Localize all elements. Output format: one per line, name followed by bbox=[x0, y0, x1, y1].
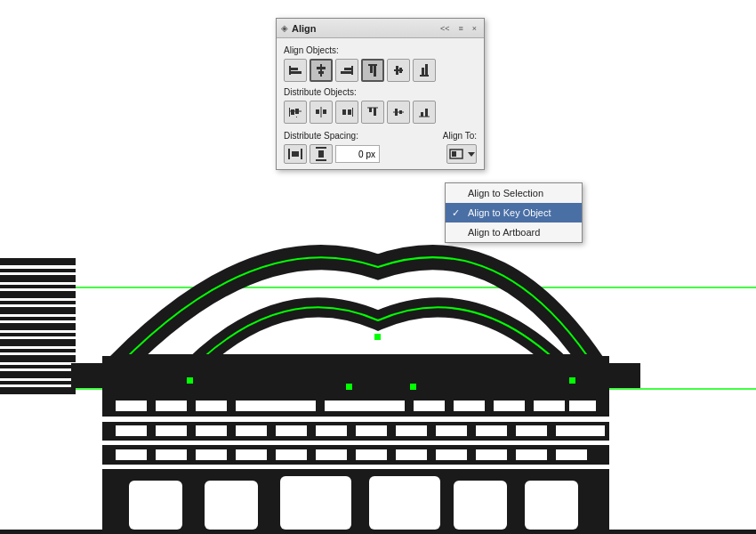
svg-rect-102 bbox=[323, 109, 326, 114]
svg-rect-30 bbox=[494, 400, 525, 411]
svg-rect-73 bbox=[410, 384, 416, 390]
svg-rect-29 bbox=[454, 400, 485, 411]
svg-rect-115 bbox=[288, 149, 290, 159]
distribute-left-btn[interactable] bbox=[284, 101, 307, 124]
distribute-center-v-btn[interactable] bbox=[387, 101, 410, 124]
svg-rect-27 bbox=[325, 400, 405, 411]
svg-rect-5 bbox=[0, 275, 76, 282]
svg-rect-119 bbox=[316, 159, 326, 161]
svg-rect-12 bbox=[0, 333, 76, 336]
svg-marker-123 bbox=[468, 152, 475, 157]
svg-rect-35 bbox=[156, 425, 187, 436]
svg-rect-43 bbox=[476, 425, 507, 436]
align-bottom-btn[interactable] bbox=[413, 59, 436, 82]
svg-rect-107 bbox=[369, 108, 372, 112]
align-top-btn[interactable] bbox=[361, 59, 384, 82]
distribute-top-btn[interactable] bbox=[361, 101, 384, 124]
svg-rect-96 bbox=[296, 117, 297, 117]
svg-rect-31 bbox=[534, 400, 565, 411]
svg-rect-48 bbox=[116, 449, 147, 460]
svg-rect-38 bbox=[276, 425, 307, 436]
svg-rect-6 bbox=[0, 285, 76, 288]
svg-rect-63 bbox=[205, 481, 258, 530]
svg-rect-39 bbox=[316, 425, 347, 436]
svg-rect-110 bbox=[395, 109, 398, 116]
svg-rect-37 bbox=[236, 425, 267, 436]
align-right-btn[interactable] bbox=[335, 59, 358, 82]
align-to-dropdown-menu: Align to Selection Align to Key Object A… bbox=[445, 182, 583, 243]
svg-rect-59 bbox=[556, 449, 587, 460]
svg-rect-92 bbox=[422, 68, 424, 75]
align-left-btn[interactable] bbox=[284, 59, 307, 82]
svg-rect-45 bbox=[556, 425, 587, 436]
distribute-spacing-controls: 0 px bbox=[284, 144, 380, 164]
align-middle-v-btn[interactable] bbox=[387, 59, 410, 82]
svg-rect-69 bbox=[71, 363, 111, 388]
svg-rect-94 bbox=[289, 108, 290, 117]
distribute-spacing-label: Distribute Spacing: bbox=[284, 131, 380, 141]
svg-rect-101 bbox=[316, 109, 319, 114]
svg-rect-89 bbox=[396, 66, 398, 75]
svg-rect-53 bbox=[316, 449, 347, 460]
svg-rect-65 bbox=[369, 476, 440, 530]
svg-rect-114 bbox=[425, 109, 428, 117]
svg-rect-10 bbox=[0, 317, 76, 320]
spacing-px-input[interactable]: 0 px bbox=[335, 145, 380, 163]
svg-rect-79 bbox=[320, 64, 322, 77]
svg-rect-54 bbox=[356, 449, 387, 460]
svg-rect-118 bbox=[316, 147, 326, 149]
distribute-bottom-btn[interactable] bbox=[413, 101, 436, 124]
align-objects-label: Align Objects: bbox=[284, 45, 477, 55]
svg-rect-64 bbox=[280, 476, 351, 530]
panel-body: Align Objects: bbox=[277, 38, 484, 169]
align-objects-row bbox=[284, 59, 477, 82]
distribute-right-btn[interactable] bbox=[335, 101, 358, 124]
svg-rect-90 bbox=[399, 68, 402, 73]
svg-rect-21 bbox=[116, 354, 600, 394]
align-panel: ◈ Align << ≡ × Align Objects: bbox=[276, 18, 485, 170]
panel-menu-btn[interactable]: ≡ bbox=[455, 23, 465, 34]
svg-rect-24 bbox=[156, 400, 187, 411]
align-to-selection-item[interactable]: Align to Selection bbox=[446, 183, 582, 203]
svg-rect-91 bbox=[420, 75, 429, 77]
panel-align-icon: ◈ bbox=[281, 23, 288, 33]
svg-rect-86 bbox=[370, 66, 373, 73]
svg-rect-78 bbox=[291, 71, 302, 74]
svg-rect-17 bbox=[0, 371, 76, 378]
svg-rect-11 bbox=[0, 323, 76, 330]
svg-rect-60 bbox=[102, 465, 609, 469]
svg-rect-80 bbox=[317, 67, 326, 69]
svg-rect-7 bbox=[0, 291, 76, 298]
svg-rect-67 bbox=[525, 481, 578, 530]
svg-rect-23 bbox=[116, 400, 147, 411]
align-to-dropdown-btn[interactable] bbox=[446, 144, 477, 164]
svg-rect-83 bbox=[344, 68, 351, 70]
svg-rect-82 bbox=[351, 66, 353, 75]
svg-rect-47 bbox=[102, 441, 609, 445]
svg-rect-71 bbox=[374, 334, 381, 340]
align-to-key-object-item[interactable]: Align to Key Object bbox=[446, 203, 582, 222]
svg-rect-40 bbox=[356, 425, 387, 436]
svg-rect-41 bbox=[396, 425, 427, 436]
distribute-center-h-btn[interactable] bbox=[310, 101, 333, 124]
svg-rect-51 bbox=[236, 449, 267, 460]
svg-rect-68 bbox=[0, 530, 756, 534]
align-to-artboard-item[interactable]: Align to Artboard bbox=[446, 222, 582, 242]
canvas: ◈ Align << ≡ × Align Objects: bbox=[0, 0, 756, 534]
distribute-spacing-h-btn[interactable] bbox=[284, 144, 307, 164]
svg-rect-76 bbox=[289, 66, 291, 75]
svg-rect-28 bbox=[414, 400, 445, 411]
panel-collapse-btn[interactable]: << bbox=[438, 23, 453, 34]
svg-rect-18 bbox=[0, 381, 76, 384]
align-to-label: Align To: bbox=[443, 131, 477, 141]
panel-titlebar: ◈ Align << ≡ × bbox=[277, 19, 484, 38]
panel-close-btn[interactable]: × bbox=[470, 23, 479, 34]
svg-rect-16 bbox=[0, 365, 76, 368]
align-center-h-btn[interactable] bbox=[310, 59, 333, 82]
svg-rect-46 bbox=[587, 425, 605, 436]
distribute-spacing-v-btn[interactable] bbox=[310, 144, 333, 164]
svg-rect-32 bbox=[569, 400, 596, 411]
svg-rect-19 bbox=[0, 387, 76, 394]
svg-rect-99 bbox=[295, 109, 299, 114]
svg-rect-56 bbox=[436, 449, 467, 460]
